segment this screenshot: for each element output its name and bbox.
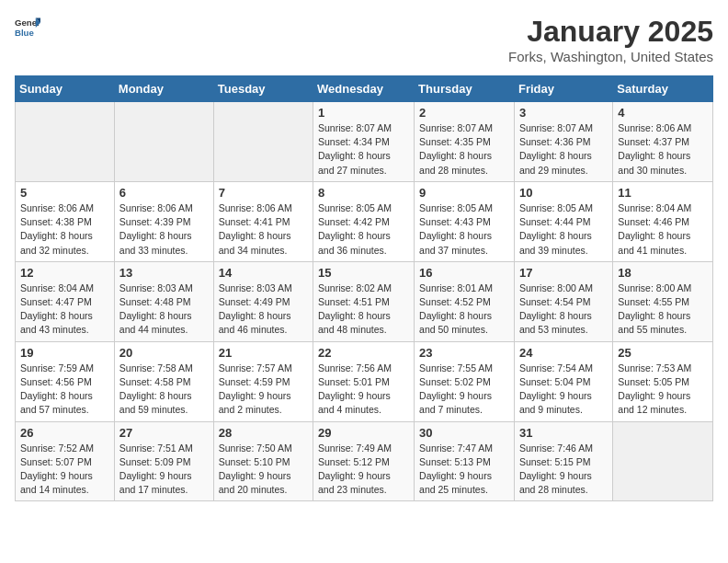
calendar-cell: 22Sunrise: 7:56 AM Sunset: 5:01 PM Dayli… — [313, 341, 415, 421]
day-number: 5 — [20, 186, 109, 200]
calendar-cell: 16Sunrise: 8:01 AM Sunset: 4:52 PM Dayli… — [415, 261, 515, 341]
day-number: 21 — [219, 346, 308, 360]
weekday-header-saturday: Saturday — [613, 76, 713, 102]
calendar-cell: 28Sunrise: 7:50 AM Sunset: 5:10 PM Dayli… — [213, 421, 313, 501]
page-title: January 2025 — [508, 15, 713, 49]
day-number: 20 — [119, 346, 209, 360]
day-info: Sunrise: 8:06 AM Sunset: 4:39 PM Dayligh… — [119, 201, 209, 258]
svg-text:Blue: Blue — [15, 28, 34, 38]
weekday-header-row: SundayMondayTuesdayWednesdayThursdayFrid… — [16, 76, 713, 102]
day-info: Sunrise: 8:04 AM Sunset: 4:47 PM Dayligh… — [20, 282, 109, 338]
day-number: 19 — [20, 346, 109, 360]
calendar-cell: 15Sunrise: 8:02 AM Sunset: 4:51 PM Dayli… — [313, 261, 415, 341]
day-info: Sunrise: 8:02 AM Sunset: 4:51 PM Dayligh… — [318, 282, 409, 338]
day-info: Sunrise: 8:05 AM Sunset: 4:43 PM Dayligh… — [419, 201, 509, 258]
day-info: Sunrise: 7:58 AM Sunset: 4:58 PM Dayligh… — [119, 362, 209, 418]
day-number: 29 — [318, 426, 409, 440]
calendar-cell: 4Sunrise: 8:06 AM Sunset: 4:37 PM Daylig… — [613, 102, 713, 182]
calendar-cell: 29Sunrise: 7:49 AM Sunset: 5:12 PM Dayli… — [313, 421, 415, 501]
day-number: 13 — [119, 266, 209, 280]
day-number: 27 — [119, 426, 209, 440]
day-info: Sunrise: 8:05 AM Sunset: 4:42 PM Dayligh… — [318, 201, 409, 258]
day-info: Sunrise: 7:53 AM Sunset: 5:05 PM Dayligh… — [618, 362, 708, 418]
calendar-cell: 31Sunrise: 7:46 AM Sunset: 5:15 PM Dayli… — [514, 421, 612, 501]
calendar-cell — [613, 421, 713, 501]
calendar-cell: 23Sunrise: 7:55 AM Sunset: 5:02 PM Dayli… — [415, 341, 515, 421]
day-info: Sunrise: 8:07 AM Sunset: 4:36 PM Dayligh… — [519, 121, 608, 178]
day-info: Sunrise: 8:00 AM Sunset: 4:54 PM Dayligh… — [519, 282, 608, 338]
day-number: 16 — [419, 266, 509, 280]
calendar-cell: 1Sunrise: 8:07 AM Sunset: 4:34 PM Daylig… — [313, 102, 415, 182]
calendar-cell: 24Sunrise: 7:54 AM Sunset: 5:04 PM Dayli… — [514, 341, 612, 421]
day-info: Sunrise: 8:06 AM Sunset: 4:38 PM Dayligh… — [20, 201, 109, 258]
day-info: Sunrise: 7:54 AM Sunset: 5:04 PM Dayligh… — [519, 362, 608, 418]
calendar-cell — [16, 102, 115, 182]
weekday-header-thursday: Thursday — [415, 76, 515, 102]
calendar-cell: 11Sunrise: 8:04 AM Sunset: 4:46 PM Dayli… — [613, 181, 713, 261]
day-number: 10 — [519, 186, 608, 200]
day-info: Sunrise: 7:50 AM Sunset: 5:10 PM Dayligh… — [219, 442, 308, 498]
calendar-cell: 20Sunrise: 7:58 AM Sunset: 4:58 PM Dayli… — [114, 341, 213, 421]
calendar-cell — [114, 102, 213, 182]
day-number: 31 — [519, 426, 608, 440]
weekday-header-friday: Friday — [514, 76, 612, 102]
calendar-table: SundayMondayTuesdayWednesdayThursdayFrid… — [15, 75, 713, 501]
calendar-cell: 18Sunrise: 8:00 AM Sunset: 4:55 PM Dayli… — [613, 261, 713, 341]
day-info: Sunrise: 8:07 AM Sunset: 4:34 PM Dayligh… — [318, 121, 409, 178]
day-info: Sunrise: 8:01 AM Sunset: 4:52 PM Dayligh… — [419, 282, 509, 338]
page-location: Forks, Washington, United States — [508, 49, 713, 64]
page-header: General Blue January 2025 Forks, Washing… — [15, 15, 713, 64]
day-number: 30 — [419, 426, 509, 440]
calendar-cell: 27Sunrise: 7:51 AM Sunset: 5:09 PM Dayli… — [114, 421, 213, 501]
day-number: 15 — [318, 266, 409, 280]
day-info: Sunrise: 8:06 AM Sunset: 4:41 PM Dayligh… — [219, 201, 308, 258]
day-number: 17 — [519, 266, 608, 280]
day-info: Sunrise: 8:07 AM Sunset: 4:35 PM Dayligh… — [419, 121, 509, 178]
day-info: Sunrise: 7:49 AM Sunset: 5:12 PM Dayligh… — [318, 442, 409, 498]
day-info: Sunrise: 7:46 AM Sunset: 5:15 PM Dayligh… — [519, 442, 608, 498]
week-row-4: 19Sunrise: 7:59 AM Sunset: 4:56 PM Dayli… — [16, 341, 713, 421]
calendar-cell — [213, 102, 313, 182]
day-info: Sunrise: 8:00 AM Sunset: 4:55 PM Dayligh… — [618, 282, 708, 338]
calendar-cell: 3Sunrise: 8:07 AM Sunset: 4:36 PM Daylig… — [514, 102, 612, 182]
day-info: Sunrise: 8:05 AM Sunset: 4:44 PM Dayligh… — [519, 201, 608, 258]
logo-icon: General Blue — [15, 15, 40, 40]
calendar-cell: 19Sunrise: 7:59 AM Sunset: 4:56 PM Dayli… — [16, 341, 115, 421]
day-info: Sunrise: 8:03 AM Sunset: 4:49 PM Dayligh… — [219, 282, 308, 338]
day-number: 18 — [618, 266, 708, 280]
day-number: 14 — [219, 266, 308, 280]
week-row-1: 1Sunrise: 8:07 AM Sunset: 4:34 PM Daylig… — [16, 102, 713, 182]
calendar-cell: 30Sunrise: 7:47 AM Sunset: 5:13 PM Dayli… — [415, 421, 515, 501]
day-info: Sunrise: 7:47 AM Sunset: 5:13 PM Dayligh… — [419, 442, 509, 498]
weekday-header-tuesday: Tuesday — [213, 76, 313, 102]
day-number: 25 — [618, 346, 708, 360]
day-info: Sunrise: 7:52 AM Sunset: 5:07 PM Dayligh… — [20, 442, 109, 498]
day-number: 12 — [20, 266, 109, 280]
weekday-header-sunday: Sunday — [16, 76, 115, 102]
calendar-cell: 8Sunrise: 8:05 AM Sunset: 4:42 PM Daylig… — [313, 181, 415, 261]
day-number: 8 — [318, 186, 409, 200]
day-info: Sunrise: 8:04 AM Sunset: 4:46 PM Dayligh… — [618, 201, 708, 258]
day-info: Sunrise: 8:06 AM Sunset: 4:37 PM Dayligh… — [618, 121, 708, 178]
day-number: 24 — [519, 346, 608, 360]
calendar-cell: 9Sunrise: 8:05 AM Sunset: 4:43 PM Daylig… — [415, 181, 515, 261]
calendar-cell: 17Sunrise: 8:00 AM Sunset: 4:54 PM Dayli… — [514, 261, 612, 341]
calendar-cell: 5Sunrise: 8:06 AM Sunset: 4:38 PM Daylig… — [16, 181, 115, 261]
day-number: 2 — [419, 106, 509, 120]
calendar-cell: 12Sunrise: 8:04 AM Sunset: 4:47 PM Dayli… — [16, 261, 115, 341]
calendar-cell: 26Sunrise: 7:52 AM Sunset: 5:07 PM Dayli… — [16, 421, 115, 501]
calendar-cell: 21Sunrise: 7:57 AM Sunset: 4:59 PM Dayli… — [213, 341, 313, 421]
day-number: 22 — [318, 346, 409, 360]
day-info: Sunrise: 7:51 AM Sunset: 5:09 PM Dayligh… — [119, 442, 209, 498]
week-row-2: 5Sunrise: 8:06 AM Sunset: 4:38 PM Daylig… — [16, 181, 713, 261]
day-number: 9 — [419, 186, 509, 200]
day-info: Sunrise: 7:57 AM Sunset: 4:59 PM Dayligh… — [219, 362, 308, 418]
calendar-cell: 25Sunrise: 7:53 AM Sunset: 5:05 PM Dayli… — [613, 341, 713, 421]
day-number: 3 — [519, 106, 608, 120]
weekday-header-monday: Monday — [114, 76, 213, 102]
calendar-cell: 10Sunrise: 8:05 AM Sunset: 4:44 PM Dayli… — [514, 181, 612, 261]
day-info: Sunrise: 7:56 AM Sunset: 5:01 PM Dayligh… — [318, 362, 409, 418]
calendar-cell: 7Sunrise: 8:06 AM Sunset: 4:41 PM Daylig… — [213, 181, 313, 261]
day-info: Sunrise: 7:55 AM Sunset: 5:02 PM Dayligh… — [419, 362, 509, 418]
day-number: 7 — [219, 186, 308, 200]
